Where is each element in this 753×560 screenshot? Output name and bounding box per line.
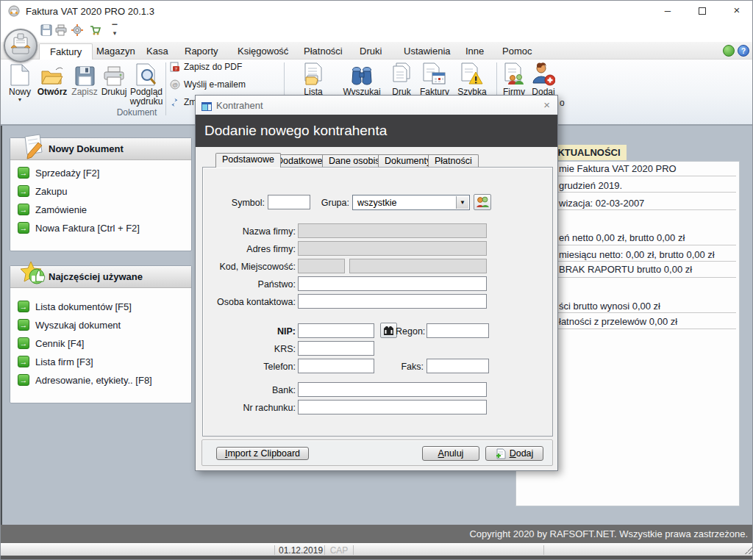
clipped-label-fragment: o [560, 98, 565, 108]
sidebar-item-zakupu[interactable]: → Zakupu [10, 183, 191, 201]
panstwo-input[interactable] [298, 276, 487, 291]
resize-grip[interactable] [745, 547, 752, 554]
status-separator [353, 545, 354, 555]
news-item[interactable]: miesiącu netto: 0,00 zł, brutto 0,00 zł [559, 249, 715, 260]
companies-button[interactable]: Firmy [499, 61, 529, 97]
telefon-input[interactable] [298, 359, 374, 373]
tab-kasa[interactable]: Kasa [136, 43, 179, 60]
help-icon[interactable]: ? [738, 45, 749, 57]
print-icon[interactable] [55, 24, 68, 37]
adres-firmy-input [298, 241, 487, 256]
window-bottom-edge [1, 556, 753, 560]
add-contact-button[interactable]: Dodaj [529, 61, 558, 97]
sidebar-item-nowa-faktura[interactable]: → Nowa Faktura [Ctrl + F2] [10, 220, 191, 238]
arrow-icon: → [18, 356, 29, 367]
tab-druki[interactable]: Druki [349, 43, 392, 60]
shop-cart-icon[interactable] [89, 24, 102, 37]
regon-label: Regon: [396, 326, 424, 337]
dialog-close-icon[interactable]: × [543, 98, 550, 111]
tab-inne[interactable]: Inne [455, 43, 494, 60]
news-item[interactable]: BRAK RAPORTU brutto 0,00 zł [559, 264, 692, 275]
invoice-button[interactable]: Faktury [417, 61, 452, 97]
pdf-icon: 7 [170, 62, 180, 72]
copyright-bar: Copyright 2020 by RAFSOFT.NET. Wszystkie… [1, 525, 753, 543]
print-button[interactable]: Drukuj [99, 61, 129, 97]
tab-raporty[interactable]: Raporty [174, 43, 229, 60]
pages-icon [386, 61, 417, 86]
dodaj-button[interactable]: Dodaj [485, 446, 543, 461]
news-item[interactable]: wizacja: 02-03-2007 [559, 198, 644, 209]
kod-miejscowosc-label: Kod, Miejscowość: [200, 262, 296, 272]
dialog-titlebar[interactable]: Kontrahent × [196, 96, 557, 115]
news-item[interactable]: łatności z przelewów 0,00 zł [559, 316, 677, 327]
send-email-button[interactable]: @ Wyślij e-mailem [170, 79, 246, 90]
nr-rachunku-label: Nr rachunku: [229, 403, 296, 413]
groups-manage-button[interactable] [474, 194, 491, 210]
maximize-button[interactable] [690, 1, 715, 21]
grupa-select[interactable]: wszystkie ▼ [352, 195, 470, 210]
new-document-button[interactable]: Nowy ▼ [5, 61, 35, 102]
import-clipboard-button[interactable]: Import z Clipboard [216, 447, 309, 460]
panel-header: Nowy Dokument [10, 138, 191, 160]
sidebar-item-lista-dokumentow[interactable]: → Lista dokumentów [F5] [10, 298, 191, 317]
miejscowosc-input [349, 259, 487, 273]
save-to-pdf-button[interactable]: 7 Zapisz do PDF [170, 62, 242, 72]
save-icon[interactable] [40, 24, 54, 37]
bank-input[interactable] [298, 382, 487, 397]
sidebar-item-adresowanie[interactable]: → Adresowanie, etykiety.. [F8] [10, 372, 191, 390]
globe-icon[interactable] [723, 45, 735, 57]
dialog-header: Dodanie nowego kontrahenta [196, 115, 557, 147]
nr-rachunku-input[interactable] [298, 400, 487, 414]
close-button[interactable]: × [724, 1, 749, 21]
news-item[interactable]: ści brutto wynosi 0,00 zł [559, 301, 660, 312]
warning-doc-icon [455, 61, 489, 86]
sidebar-item-lista-firm[interactable]: → Lista firm [F3] [10, 353, 191, 372]
tab-pomoc[interactable]: Pomoc [492, 43, 542, 60]
symbol-input[interactable] [268, 195, 310, 209]
krs-input[interactable] [298, 341, 374, 356]
tab-ksiegowosc[interactable]: Księgowość [227, 43, 299, 60]
anuluj-button[interactable]: Anuluj [422, 446, 479, 461]
combo-dropdown-icon[interactable]: ▼ [456, 196, 468, 209]
dialog-tab-podstawowe[interactable]: Podstawowe [215, 153, 281, 168]
status-date: 01.12.2019 [279, 545, 321, 556]
sidebar-item-sprzedazy[interactable]: → Sprzedaży [F2] [10, 165, 191, 183]
toolbar-overflow-icon[interactable]: ▔▾ [110, 26, 120, 36]
nazwa-firmy-input [298, 223, 487, 238]
save-button[interactable]: Zapisz [70, 61, 99, 97]
arrow-icon: → [18, 222, 29, 234]
status-separator [324, 545, 325, 555]
tab-faktury[interactable]: Faktury [39, 43, 93, 60]
window-title: Faktura VAT 2020 PRO 20.1.3 [26, 6, 154, 17]
sidebar-item-wyszukaj-dokument[interactable]: → Wyszukaj dokument [10, 317, 191, 335]
nip-input[interactable] [298, 323, 374, 338]
list-button[interactable]: Lista [296, 61, 330, 97]
print-copies-button[interactable]: Druk [386, 61, 417, 97]
regon-input[interactable] [427, 323, 489, 338]
arrow-icon: → [18, 167, 29, 179]
application-menu-button[interactable] [4, 29, 38, 62]
news-item[interactable]: mie Faktura VAT 2020 PRO [559, 163, 677, 174]
add-person-icon [529, 61, 558, 86]
minimize-button[interactable]: – [655, 1, 680, 21]
nazwa-firmy-label: Nazwa firmy: [200, 226, 296, 237]
tab-platnosci[interactable]: Płatności [293, 43, 353, 60]
print-preview-button[interactable]: Podgląd wydruku [127, 61, 165, 107]
application-window: Faktura VAT 2020 PRO 20.1.3 – × ▔▾ Faktu… [0, 0, 753, 560]
sidebar-item-zamowienie[interactable]: → Zamówienie [10, 201, 191, 220]
tab-ustawienia[interactable]: Ustawienia [393, 43, 461, 60]
svg-text:@: @ [172, 82, 178, 88]
news-item[interactable]: grudzień 2019. [559, 180, 622, 191]
quick-invoice-button[interactable]: Szybka [455, 61, 489, 97]
search-button[interactable]: Wyszukaj [340, 61, 383, 97]
osoba-kontaktowa-input[interactable] [298, 294, 487, 309]
news-item[interactable]: eń netto 0,00 zł, brutto 0,00 zł [559, 232, 685, 243]
arrow-icon: → [18, 204, 29, 215]
faks-input[interactable] [427, 359, 489, 373]
open-button[interactable]: Otwórz [36, 61, 68, 97]
nip-search-button[interactable] [380, 323, 397, 338]
settings-gear-icon[interactable] [71, 24, 85, 37]
dialog-tab-platnosci[interactable]: Płatności [428, 154, 479, 168]
symbol-label: Symbol: [210, 198, 265, 208]
sidebar-item-cennik[interactable]: → Cennik [F4] [10, 335, 191, 353]
